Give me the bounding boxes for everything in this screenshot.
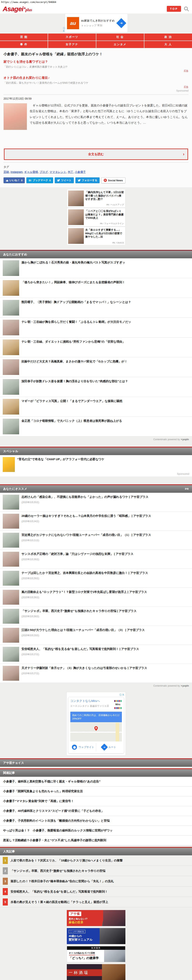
section-header-special: スペシャル — [0, 447, 192, 455]
ad-close-icon[interactable]: X — [63, 30, 65, 32]
nav-item[interactable]: 社 会 — [96, 33, 144, 41]
banner-ippai-sakaba[interactable]: 一杯酒場 — [67, 964, 125, 980]
route-button[interactable]: ➜ ルート — [96, 743, 122, 751]
pr-title: 夫「体エロすぎて興奮する...」66kgだった私が1日1回の習慣で激ヤセした..… — [85, 228, 124, 239]
list-item[interactable]: テープは回したか？宮迫博之、吉本興業社長との会談の真相を中田敦彦に激白！ | ア… — [0, 569, 192, 588]
item-date: (2020年3月23日) — [22, 634, 145, 637]
banner-hair-manual[interactable]: こっそり始める 40歳からの 髪対策マニュアル — [67, 928, 125, 944]
site-header: Asagei + plus TOP — [0, 4, 192, 14]
social-news-button[interactable]: R Social News — [101, 177, 125, 183]
ranked-item[interactable]: 2 「サンジャポ」卒業、西川史子“激痩せ”も指摘されたキャラ作りの苦悩 — [0, 866, 192, 876]
tag-link[interactable]: ママタレント — [49, 170, 66, 173]
ranked-item[interactable]: 4 安倍昭恵夫人、「私的な“桜を見る会”を楽しんだ」写真報道で批判殺到！ — [0, 886, 192, 897]
ranked-item[interactable]: 3 落胆したの！？桜井日奈子の“橋本環奈絡み”告白に世間から「失礼！」の洗礼 — [0, 876, 192, 886]
list-item[interactable]: 28歳のセーラー服はキツすぎ？それとも...？山本美月の中学生役に漂う「昭和感」… — [0, 512, 192, 531]
list-item[interactable]: マギーが「ピラティス写真」公開！「まるでアンダーウエア」な服装に騒然 — [0, 397, 192, 417]
list-item[interactable]: 熊田曜子、〈男子禁制〉胸ドアップ公開動画の「まるでマッパ！」なシーンとは？ — [0, 298, 192, 318]
tag-link[interactable]: ギャル曽根 — [24, 170, 38, 173]
tag-link[interactable]: 小倉優子 — [75, 170, 86, 173]
thumbnail-image — [3, 495, 19, 510]
nav-item[interactable]: 芸 能 — [0, 33, 48, 41]
list-item[interactable]: 志村けんの「感染公表」、不謹慎にも芸能界から「よかった」の声が漏れるワケ | ア… — [0, 493, 192, 512]
ad-arrow-icon[interactable]: ➜ — [116, 18, 126, 28]
banner-column: アサ雀 意外と知らない!? 麻雀の世界 こっそり始める 40歳からの 髪対策マニ… — [0, 907, 192, 980]
related-item[interactable]: 小倉優子「開脚写真集よりも売れちゃった」料理研究家生活 — [0, 786, 192, 796]
list-item[interactable]: 宮迫博之がカジサックになれないワケ/芸能ユーチューバー「成否の境い目」（1） |… — [0, 531, 192, 550]
tag-link[interactable]: ブログ — [39, 170, 48, 173]
list-item[interactable]: サンスポ水戸正晴の「絶対万券」論「穴はシヴァージの強烈な末脚」 | アサ芸プラス… — [0, 550, 192, 569]
related-item[interactable]: 恩返し？活動継続？小倉優子・夫と“ゲス不貞”した馬越幸子の謝罪に批判殺到 — [0, 835, 192, 845]
pr-card[interactable]: 「腸内洗浄なんて不要」1日1分習慣で腐った脂肪がドバドバっ痩せすぎ注...意!?… — [67, 189, 125, 208]
list-item[interactable]: 妊娠中だけど大丈夫？高橋真麻、まさかの激ヤバ変化で「Gカップに危機」が！ — [0, 357, 192, 377]
nav-item[interactable]: 政 治 — [144, 33, 192, 41]
pr-thumbnail — [68, 209, 84, 225]
tag-link[interactable]: Instagram — [11, 170, 23, 173]
website-button[interactable]: ⬤ ウェブサイト — [70, 743, 96, 751]
article-photo — [3, 103, 27, 130]
ranked-item[interactable]: 1 人前で夜の営みを！？沢尻エリカ、「18歳からクスリ漬け&ハメまくり生活」の衝… — [0, 855, 192, 866]
logo-text: Asagei — [3, 5, 24, 13]
map-pin-icon — [94, 726, 98, 732]
tag-link[interactable]: 芸能 — [3, 170, 9, 173]
top-button[interactable]: TOP — [167, 6, 181, 12]
search-icon[interactable] — [183, 6, 189, 12]
follow-button[interactable]: フォローする — [76, 177, 100, 183]
text-ad-headline[interactable]: 家でシミを消せる裏ワザとは？ — [3, 60, 189, 64]
pr-mark: PR — [185, 487, 189, 490]
tag-link[interactable]: 包丁 — [68, 170, 73, 173]
banner-photo — [103, 910, 125, 926]
text-ad-headline[interactable]: オトナ肌の生まれ変わりに着目♪ — [3, 76, 189, 80]
related-item[interactable]: 小倉優子“ママタレ黄金期”到来で「再婚」に黄信号！ — [0, 796, 192, 806]
miru-ad-card[interactable]: ⓘ X コンタクトならMiruへ エースコンタクト 新越谷ヴァリエ店 Miru … — [66, 692, 126, 756]
related-item[interactable]: やっぱり男は金！？ 小倉優子、熱愛報道の歯科医のルックス情報に世間がザワッ — [0, 826, 192, 835]
banner-asajan[interactable]: アサ雀 意外と知らない!? 麻雀の世界 — [67, 910, 125, 926]
ad-info-icon[interactable]: ⓘ — [120, 694, 122, 696]
nav-item[interactable]: 大 人 — [144, 41, 192, 48]
nav-item[interactable]: 事 件 — [0, 41, 48, 48]
tags-list: 芸能Instagramギャル曽根ブログママタレント包丁小倉優子 — [3, 170, 189, 174]
list-item[interactable]: 安倍昭恵夫人、「私的な“桜を見る会”を楽しんだ」写真報道で批判殺到！ | アサ芸… — [0, 645, 192, 664]
rank-badge: 2 — [3, 867, 8, 874]
list-item[interactable]: テレ朝・三谷紬、ダイエットに挑戦も“男性ファンから悲鳴”の「切実な理由」 — [0, 337, 192, 357]
list-item[interactable]: テレ朝・三谷紬が胸を揺らし汗だく奮闘！「ぶるるんトレ動画」が大注目モノだッ — [0, 318, 192, 337]
article-body: ギャル曽根が12月5日、公式ブログを更新。親友の小倉優子からの誕生日プレゼントを… — [3, 102, 189, 145]
ad-label: 広告 — [3, 69, 189, 73]
asagei-logo[interactable]: Asagei + plus — [3, 5, 32, 13]
tweet-button[interactable]: ツイート — [55, 177, 74, 183]
related-item[interactable]: 小倉優子、子供用飲料のイベント出演も「離婚後の方向性がわからない」と苦悩 — [0, 816, 192, 826]
nav-item[interactable]: 女子アナ — [48, 41, 96, 48]
thumbnail-image — [3, 280, 19, 296]
related-item[interactable]: 小倉優子、歯科医と真剣交際も不穏に響く親友・ギャル曽根の“あの忠告” — [0, 777, 192, 786]
au-ad-card[interactable]: au au家族でんき割がおすすめ ａｕショップ 草加 ➜ — [65, 14, 127, 32]
like-button[interactable]: いいね！0 — [3, 177, 25, 183]
related-item[interactable]: 小倉優子、40代歯科医とクリスマス“スピード婚”の背景に「子どもの存在」 — [0, 806, 192, 816]
map-image[interactable] — [70, 723, 122, 741]
list-item[interactable]: 金正恩「コロナ暗殺情報」で大パニック（上）罹患者は致死率が跳ね上がる — [0, 417, 192, 436]
thumbnail-image — [3, 300, 19, 315]
list-item[interactable]: 江頭2:50が大ウケした理由とは？/芸能ユーチューバー「成否の境い目」（3） |… — [0, 626, 192, 645]
special-item[interactable]: “育毛の父”で有名な「CHAP UP」がアラフォー世代に必要なワケ Sponso… — [0, 455, 192, 476]
list-item[interactable]: 「サンジャポ」卒業、西川史子“激痩せ”も指摘されたキャラ作りの苦悩 | アサ芸プ… — [0, 607, 192, 626]
article-text: ギャル曽根が12月5日、公式ブログを更新。親友の小倉優子からの誕生日プレゼントを… — [3, 102, 189, 126]
nav-item[interactable]: エンタメ — [96, 41, 144, 48]
pr-card[interactable]: 「ニベアと〇〇を混ぜればシミは簡単だよ？」美容専門家の暴露でSNS炎上 PR /… — [67, 208, 125, 226]
list-item[interactable]: 「後ろから突きたい！」岡副麻希、猫伸びポーズにまたも妄想爆発の声殺到！ — [0, 278, 192, 298]
twitter-bird-icon — [78, 179, 81, 182]
thumbnail-image — [3, 260, 19, 276]
hatena-bookmark-button[interactable]: B! ブックマーク0 — [26, 177, 53, 183]
navigation-icon: ➜ — [101, 744, 108, 751]
list-item[interactable]: 服から胸がこぼれる！石川秀美の娘・薬丸玲美の極大バスト写真がスゴすぎッ — [0, 258, 192, 278]
social-buttons: いいね！0 B! ブックマーク0 ツイート フォローする R Social Ne… — [3, 177, 189, 183]
banner-health[interactable]: 秋津壽男 オトコの悩みをズバリ回答 「どっち?」の健康学 — [67, 946, 125, 962]
list-item[interactable]: 深田恭子が妖艶ドレス姿を披露！胸の渓谷より目を引いた“肉感的な部位”とは？ — [0, 377, 192, 397]
list-item[interactable]: 天才テリー伊藤対談「奈月セナ」（3）胸が大きくなったのは弓道部のせいかも | ア… — [0, 664, 192, 683]
ad-close-icon[interactable]: X — [122, 694, 124, 696]
read-more-button[interactable]: 全文を読む › — [4, 149, 188, 160]
ad-title[interactable]: コンタクトならMiruへ — [70, 699, 109, 703]
ad-info-icon[interactable]: ⓘ — [63, 27, 65, 30]
nav-item[interactable]: スポーツ — [48, 33, 96, 41]
pr-card[interactable]: 夫「体エロすぎて興奮する...」66kgだった私が1日1回の習慣で激ヤセした..… — [67, 227, 125, 245]
ranked-item[interactable]: 5 水着の奥が見えそう！菜々緒の肌見せ動画に「チラっと見え」疑惑が浮上 — [0, 897, 192, 907]
thumbnail-image — [3, 379, 19, 395]
list-item[interactable]: 嵐の活動休止も“ロックアウト”！？新型コロナ対策で1年先延ばし要望が急浮上 | … — [0, 588, 192, 607]
